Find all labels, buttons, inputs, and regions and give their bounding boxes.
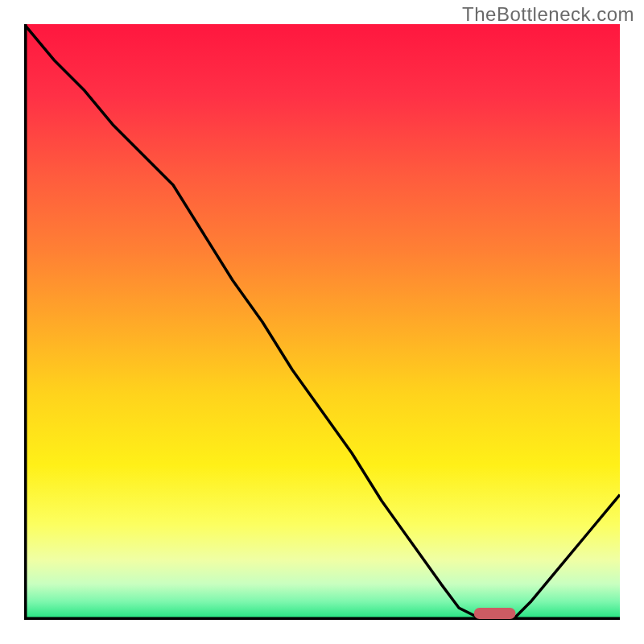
plot-area [24,24,620,620]
bottleneck-chart [24,24,620,620]
chart-background [24,24,620,620]
figure-root: TheBottleneck.com [0,0,644,644]
optimal-range-marker [474,608,516,619]
watermark-label: TheBottleneck.com [462,3,634,26]
